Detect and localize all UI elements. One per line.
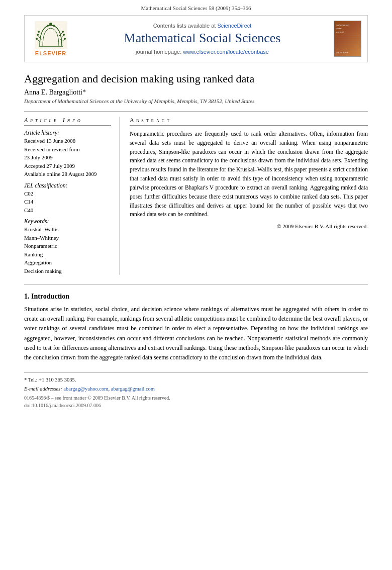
jel-heading: JEL classification:	[24, 182, 111, 188]
article-info-column: A r t i c l e I n f o Article history: R…	[24, 117, 120, 275]
keyword-kruskal: Kruskal–Wallis	[24, 225, 111, 234]
email-link-1[interactable]: abargag@yahoo.com	[63, 386, 108, 392]
accepted-date: Accepted 27 July 2009	[24, 162, 111, 170]
keyword-aggregation: Aggregation	[24, 258, 111, 267]
svg-point-9	[38, 31, 40, 33]
received-date-1: Received 13 June 2008	[24, 137, 111, 145]
sciencedirect-link[interactable]: ScienceDirect	[217, 23, 251, 29]
info-abstract-columns: A r t i c l e I n f o Article history: R…	[24, 117, 368, 275]
received-revised-label: Received in revised form	[24, 145, 111, 154]
footnote-area: * Tel.: +1 310 365 3035. E-mail addresse…	[24, 372, 368, 408]
section-1-paragraph-1: Situations arise in statistics, social c…	[24, 305, 368, 362]
jel-code-c14: C14	[24, 198, 111, 206]
keyword-decision: Decision making	[24, 267, 111, 275]
author-name: Anna E. Bargagliotti*	[24, 88, 368, 97]
received-revised-date: 23 July 2009	[24, 153, 111, 162]
svg-point-14	[47, 25, 49, 27]
article-title: Aggregation and decision making using ra…	[24, 72, 368, 85]
issn-line: 0165-4896/$ – see front matter © 2009 El…	[24, 395, 368, 401]
elsevier-tree-icon	[35, 21, 67, 49]
abstract-body: Nonparametric procedures are frequently …	[130, 130, 368, 219]
svg-point-7	[37, 34, 39, 36]
svg-point-13	[49, 23, 52, 26]
contents-line: Contents lists available at ScienceDirec…	[77, 23, 328, 29]
footnote-email: E-mail addresses: abargag@yahoo.com, aba…	[24, 385, 368, 393]
journal-title: Mathematical Social Sciences	[77, 31, 328, 46]
journal-header-center: Contents lists available at ScienceDirec…	[77, 23, 328, 55]
abstract-heading: A b s t r a c t	[130, 117, 368, 126]
top-journal-reference: Mathematical Social Sciences 58 (2009) 3…	[24, 0, 368, 15]
copyright-notice: © 2009 Elsevier B.V. All rights reserved…	[130, 223, 368, 229]
keywords-heading: Keywords:	[24, 218, 111, 224]
author-affiliation: Department of Mathematical Sciences at t…	[24, 98, 368, 104]
title-divider	[24, 111, 368, 112]
journal-header: ELSEVIER Contents lists available at Sci…	[24, 15, 368, 62]
elsevier-logo: ELSEVIER	[31, 21, 71, 56]
email-link-2[interactable]: abargag@gmail.com	[111, 386, 155, 392]
elsevier-brand-text: ELSEVIER	[35, 50, 66, 56]
abstract-divider	[24, 284, 368, 284]
article-info-heading: A r t i c l e I n f o	[24, 117, 111, 126]
article-history-heading: Article history:	[24, 130, 111, 136]
keyword-ranking: Ranking	[24, 250, 111, 259]
jel-code-c02: C02	[24, 189, 111, 198]
available-online-date: Available online 28 August 2009	[24, 170, 111, 178]
homepage-link[interactable]: www.elsevier.com/locate/econbase	[183, 49, 269, 55]
section-1-heading: 1. Introduction	[24, 293, 368, 301]
svg-point-15	[53, 25, 55, 27]
doi-line: doi:10.1016/j.mathsocsci.2009.07.006	[24, 403, 368, 408]
abstract-column: A b s t r a c t Nonparametric procedures…	[130, 117, 368, 275]
keyword-nonparametric: Nonparametric	[24, 242, 111, 250]
svg-point-8	[36, 38, 38, 40]
keyword-mann: Mann–Whitney	[24, 234, 111, 242]
journal-volume-reference: Mathematical Social Sciences 58 (2009) 3…	[141, 5, 251, 11]
page-container: Mathematical Social Sciences 58 (2009) 3…	[0, 0, 392, 570]
journal-cover-image: mathematicalsocialsciences vol 58 2009	[334, 21, 361, 57]
svg-point-12	[62, 31, 64, 33]
svg-point-10	[63, 34, 65, 36]
homepage-line: journal homepage: www.elsevier.com/locat…	[77, 49, 328, 55]
footnote-tel: * Tel.: +1 310 365 3035.	[24, 376, 368, 384]
svg-point-11	[64, 38, 66, 40]
jel-code-c40: C40	[24, 206, 111, 215]
